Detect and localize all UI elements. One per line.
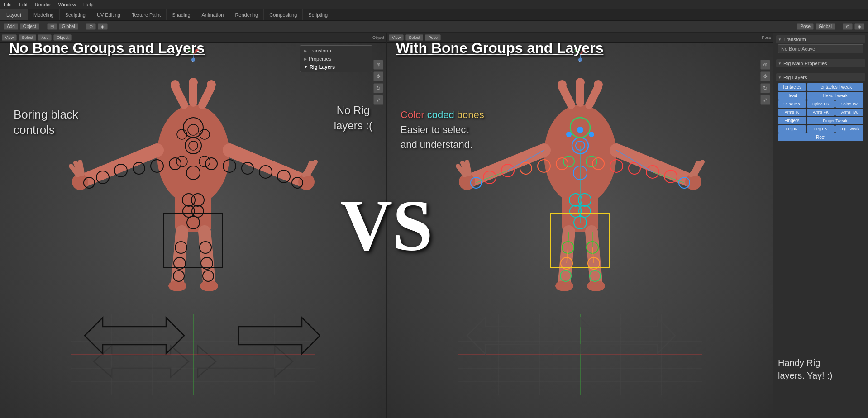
view-mode-btn[interactable]: ⊞: [47, 23, 57, 30]
btn-arms-ik[interactable]: Arms IK: [778, 109, 806, 116]
snap-btn[interactable]: ⊙: [86, 23, 96, 30]
right-overlay-text: Color coded bones Easier to select and u…: [401, 107, 484, 152]
btn-head-tweak[interactable]: Head Tweak: [807, 92, 863, 100]
transform-label: Transform: [783, 37, 806, 42]
left-icon-rotate[interactable]: ↻: [373, 83, 383, 93]
tab-rendering[interactable]: Rendering: [229, 9, 264, 20]
tab-layout[interactable]: Layout: [0, 9, 28, 20]
menu-item-edit[interactable]: Edit: [19, 2, 28, 7]
dropdown-arrow-properties: ▶: [304, 57, 307, 61]
vp-pose-btn-right[interactable]: Pose: [425, 34, 441, 41]
coded-word: coded: [424, 109, 457, 120]
svg-point-136: [589, 132, 594, 137]
menu-item-help[interactable]: Help: [83, 2, 94, 7]
menu-item-render[interactable]: Render: [35, 2, 51, 7]
handy-rig-line1: Handy Rig: [778, 356, 863, 369]
right-icon-rotate[interactable]: ↻: [760, 83, 770, 93]
divider-2: [773, 71, 868, 71]
tab-sculpting[interactable]: Sculpting: [60, 9, 91, 20]
vp-select-btn-left[interactable]: Select: [19, 34, 36, 41]
svg-point-89: [576, 78, 585, 87]
right-global-btn[interactable]: Global: [816, 23, 835, 30]
left-icon-move[interactable]: ✥: [373, 71, 383, 81]
viewport-left[interactable]: View Select Add Object Object X Y Z No: [0, 33, 387, 418]
tab-texture-paint[interactable]: Texture Paint: [126, 9, 167, 20]
transform-arrow: ▼: [778, 38, 782, 42]
handy-rig-area: Handy Rig layers. Yay! :): [778, 356, 863, 382]
dropdown-rig-layers[interactable]: ▼ Rig Layers: [300, 63, 372, 71]
viewport-right-header: View Select Pose Pose: [387, 33, 773, 43]
character-left: [67, 60, 320, 367]
left-icon-scale[interactable]: ⤢: [373, 95, 383, 105]
svg-point-29: [168, 280, 186, 291]
rig-layers-header[interactable]: ▼ Rig Layers: [776, 73, 865, 81]
pose-mode-btn[interactable]: Pose: [797, 23, 814, 30]
vp-view-btn-right[interactable]: View: [389, 34, 404, 41]
bones-word: bones: [457, 109, 484, 120]
bone-layers-grid: Tentacles Tentacles Tweak Head Head Twea…: [776, 82, 865, 142]
right-snap-btn[interactable]: ⊙: [843, 23, 853, 30]
tab-uv-editing[interactable]: UV Editing: [91, 9, 126, 20]
btn-arms-tw[interactable]: Arms Tw.: [835, 109, 863, 116]
global-mode-btn[interactable]: Global: [59, 23, 78, 30]
tab-modeling[interactable]: Modeling: [28, 9, 60, 20]
transform-section: ▼ Transform No Bone Active: [773, 34, 868, 55]
menu-item-window[interactable]: Window: [58, 2, 76, 7]
tab-animation[interactable]: Animation: [196, 9, 230, 20]
btn-tentacles[interactable]: Tentacles: [778, 83, 806, 91]
viewport-left-header: View Select Add Object Object: [0, 33, 386, 43]
right-side-icons: ⊕ ✥ ↻ ⤢: [760, 60, 770, 105]
btn-leg-tweak[interactable]: Leg Tweak: [835, 125, 863, 133]
vp-object-btn-left[interactable]: Object: [53, 34, 72, 41]
transform-header[interactable]: ▼ Transform: [776, 35, 865, 43]
viewport-right[interactable]: View Select Pose Pose X Y Z With Bone Gr…: [387, 33, 773, 418]
btn-leg-ik[interactable]: Leg IK: [778, 125, 806, 133]
pivot-btn[interactable]: ◈: [98, 23, 108, 30]
vp-mode-display-right: Pose: [762, 35, 771, 40]
dropdown-properties[interactable]: ▶ Properties: [300, 55, 372, 63]
vp-select-btn-right[interactable]: Select: [405, 34, 423, 41]
tab-compositing[interactable]: Compositing: [264, 9, 303, 20]
btn-finger-tweak[interactable]: Finger Tweak: [807, 117, 863, 124]
btn-spine-fk[interactable]: Spine FK: [807, 100, 835, 108]
add-button[interactable]: Add: [4, 23, 18, 30]
svg-point-13: [171, 80, 180, 89]
rig-main-section: ▼ Rig Main Properties: [773, 58, 868, 69]
vp-view-btn-left[interactable]: View: [2, 34, 17, 41]
easier-line: Easier to select: [401, 122, 484, 137]
left-side-icons: ⊕ ✥ ↻ ⤢: [373, 60, 383, 105]
btn-fingers[interactable]: Fingers: [778, 117, 806, 124]
right-icon-scale[interactable]: ⤢: [760, 95, 770, 105]
btn-head[interactable]: Head: [778, 92, 806, 100]
btn-tentacles-tweak[interactable]: Tentacles Tweak: [807, 83, 863, 91]
rig-main-label: Rig Main Properties: [783, 61, 827, 66]
right-pivot-btn[interactable]: ◈: [854, 23, 864, 30]
main-area: View Select Add Object Object X Y Z No: [0, 33, 868, 418]
dropdown-transform[interactable]: ▶ Transform: [300, 47, 372, 55]
svg-line-27: [177, 232, 182, 281]
dropdown-transform-label: Transform: [309, 48, 331, 53]
left-overlay-text: Boring black controls: [14, 107, 78, 138]
svg-text:Z: Z: [578, 60, 580, 63]
svg-point-15: [207, 80, 216, 89]
tab-scripting[interactable]: Scripting: [303, 9, 333, 20]
btn-arms-fk[interactable]: Arms FK: [807, 109, 835, 116]
tab-shading[interactable]: Shading: [167, 9, 196, 20]
vp-add-btn-left[interactable]: Add: [38, 34, 52, 41]
no-bone-label: No Bone Active: [778, 44, 863, 53]
right-icon-move[interactable]: ✥: [760, 71, 770, 81]
btn-root[interactable]: Root: [778, 133, 863, 141]
left-icon-cursor[interactable]: ⊕: [373, 60, 383, 70]
menu-item-file[interactable]: File: [4, 2, 12, 7]
btn-spine-ma[interactable]: Spine Ma.: [778, 100, 806, 108]
color-coded-line: Color coded bones: [401, 107, 484, 122]
object-button[interactable]: Object: [20, 23, 39, 30]
right-icon-cursor[interactable]: ⊕: [760, 60, 770, 70]
svg-point-105: [587, 280, 605, 291]
toolbar-divider-3: [839, 23, 839, 31]
btn-spine-tw[interactable]: Spine Tw.: [835, 100, 863, 108]
btn-leg-fk[interactable]: Leg FK: [807, 125, 835, 133]
svg-point-88: [558, 80, 567, 89]
rig-main-header[interactable]: ▼ Rig Main Properties: [776, 59, 865, 67]
boring-text-line2: controls: [14, 123, 78, 138]
